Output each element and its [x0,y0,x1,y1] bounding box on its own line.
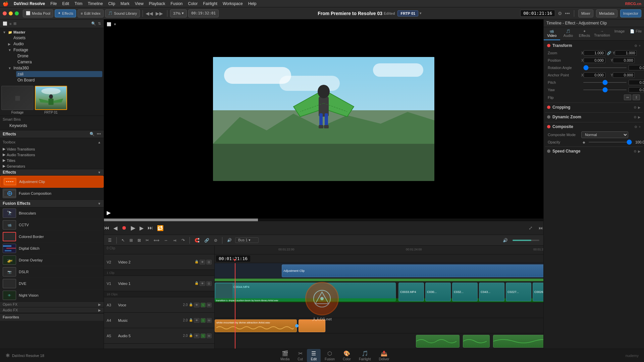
yaw-input[interactable] [629,87,644,93]
play-btn[interactable]: ▶ [131,224,136,232]
v1-link-btn[interactable]: ⊟ [206,281,212,286]
composite-mode-select[interactable]: Normal Screen Multiply Overlay Add [581,131,628,138]
opacity-slider[interactable] [589,142,632,142]
rotation-input[interactable] [629,65,644,70]
audio-transitions-item[interactable]: ▶ Audio Transitions [0,152,104,158]
preview-play-indicator[interactable]: ▶ [107,209,111,216]
fusion-composition-item[interactable]: Fusion Composition [0,188,104,199]
bin-sort-icon[interactable]: ⇅ [98,21,101,26]
apple-menu[interactable]: 🍎 [3,1,8,6]
bus-selector[interactable]: Bus 1 ▾ [235,237,259,243]
zoom-select[interactable]: 37% ▾ [170,9,187,17]
keywords-bin[interactable]: Keywords [3,123,101,129]
record-btn[interactable]: ⏺ [121,225,127,231]
v2-eye-btn[interactable]: 👁 [200,260,205,264]
colored-border-item[interactable]: Colored Border [0,231,104,243]
deliver-nav-btn[interactable]: 📤 Deliver [375,349,393,362]
menu-color[interactable]: Color [188,1,198,6]
inspector-tab-file[interactable]: 📄 File [628,27,644,40]
cctv-item[interactable]: 📹 CCTV [0,219,104,231]
a5-lock-icon[interactable]: 🔒 [189,334,193,338]
slide-tool-btn[interactable]: ↔ [163,237,169,243]
clip-c0227[interactable]: C0227... [506,283,531,301]
cut-nav-btn[interactable]: ✂ Cut [293,349,307,362]
ripple-delete-btn[interactable]: ⊘ [213,237,219,243]
composite-section-header[interactable]: Composite ⚙ + [545,123,643,130]
timeline-menu-btn[interactable]: ☰ [107,237,113,243]
flip-h-btn[interactable]: ⇔ [624,95,631,100]
audio-bin[interactable]: ▶ Audio [7,41,102,47]
dynamic-zoom-section-header[interactable]: Dynamic Zoom ⚙ ▶ [545,113,643,121]
ripple-tool-btn[interactable]: ⫤ [171,237,178,243]
menu-mark[interactable]: Mark [120,1,129,6]
inspector-tab-video[interactable]: 📹 Video [544,27,560,40]
menu-view[interactable]: View [135,1,144,6]
binoculars-item[interactable]: 🔭 Binoculars [0,207,104,219]
menu-file[interactable]: File [50,1,57,6]
menu-clip[interactable]: Clip [108,1,115,6]
effects-section-header[interactable]: Effects ▼ [0,169,104,176]
open-fx-header[interactable]: Open FX ▶ [0,301,104,307]
music-clip-main[interactable]: white-mountain by divine-attraction Arti… [215,319,297,332]
transform-add-icon[interactable]: + [639,44,641,48]
a5-eye-btn[interactable]: 👁 [194,334,200,338]
inspector-tab-effects[interactable]: ✦ Effects [576,27,593,40]
step-forward-btn[interactable]: ▶ [140,225,144,231]
slip-tool-btn[interactable]: ⟺ [152,237,161,243]
pitch-slider[interactable] [583,82,627,83]
menu-help[interactable]: Help [248,1,257,6]
generators-item[interactable]: ▶ Generators [0,163,104,169]
maximize-window-btn[interactable] [15,11,19,15]
preview-scrubber[interactable] [104,219,543,221]
a5-clip-3[interactable] [493,335,543,348]
night-vision-item[interactable]: 👁 Night Vision [0,290,104,301]
menu-workspace[interactable]: Workspace [223,1,243,6]
position-x-input[interactable] [584,58,605,63]
inspector-tab-audio[interactable]: 🎵 Audio [560,27,577,40]
more-options-icon[interactable]: ••• [565,11,570,16]
link-btn[interactable]: 🔗 [203,237,211,243]
drone-bin[interactable]: Drone [16,53,102,59]
speed-change-section-header[interactable]: Speed Change ⚙ ▶ [545,147,643,155]
insta360-bin[interactable]: ▼ Insta360 [7,65,102,71]
composite-gear-icon[interactable]: ⚙ [634,125,637,129]
loop-btn[interactable]: 🔁 [157,225,164,231]
select-tool-btn[interactable]: ↖ [120,237,126,243]
onboard-bin[interactable]: On Board [16,77,102,83]
inspector-btn[interactable]: Inspector [620,9,641,17]
speed-change-gear-icon[interactable]: ⚙ [634,149,637,153]
bin-list-icon[interactable]: ≡ [9,22,11,26]
v2-lock-icon[interactable]: 🔒 [195,260,199,264]
nav-forward-btn[interactable]: ▶▶ [156,11,163,16]
minimize-window-btn[interactable] [9,11,13,15]
clip-c030[interactable]: C030... [425,283,451,301]
adjustment-clip-item[interactable]: Adjustment Clip [0,176,104,188]
effects-more-icon[interactable]: ••• [97,132,101,136]
bin-search-icon[interactable]: 🔍 [91,21,96,26]
media-nav-btn[interactable]: 🎬 Media [276,349,293,362]
fusion-nav-btn[interactable]: ⬡ Fusion [321,349,339,362]
flip-v-btn[interactable]: ⇕ [633,95,640,100]
a5-s-btn[interactable]: S [201,334,205,338]
audio-slider[interactable] [513,240,539,241]
a4-s-btn[interactable]: S [201,318,205,323]
nav-back-btn[interactable]: ◀◀ [146,11,153,16]
a5-clip-2[interactable] [463,335,490,348]
trim-tool-btn[interactable]: ⊞ [128,237,134,243]
zali-bin[interactable]: zali [16,71,102,77]
effects-toolbar-btn[interactable]: ✦ Effects [55,9,76,17]
zoom-link-icon[interactable]: 🔗 [607,51,611,55]
a5-clip-1[interactable] [416,335,460,348]
inspector-tab-image[interactable]: Image [611,27,628,40]
a3-eye-btn[interactable]: 👁 [194,303,200,307]
clip-c043[interactable]: C043... [479,283,504,301]
cropping-section-header[interactable]: Cropping ⚙ ▶ [545,104,643,111]
sound-library-btn[interactable]: 🎵 Sound Library [105,9,140,17]
transform-section-header[interactable]: Transform ⚙ + [545,42,643,49]
cropping-gear-icon[interactable]: ⚙ [634,106,637,109]
fairlight-nav-btn[interactable]: 🎵 Fairlight [355,349,375,362]
pitch-input[interactable] [629,80,644,85]
clip-c0026[interactable]: C0026.MP4 [533,283,543,301]
v1-lock-icon[interactable]: 🔒 [195,281,199,286]
clip-c0033[interactable]: C0033.MP4 [398,283,424,301]
